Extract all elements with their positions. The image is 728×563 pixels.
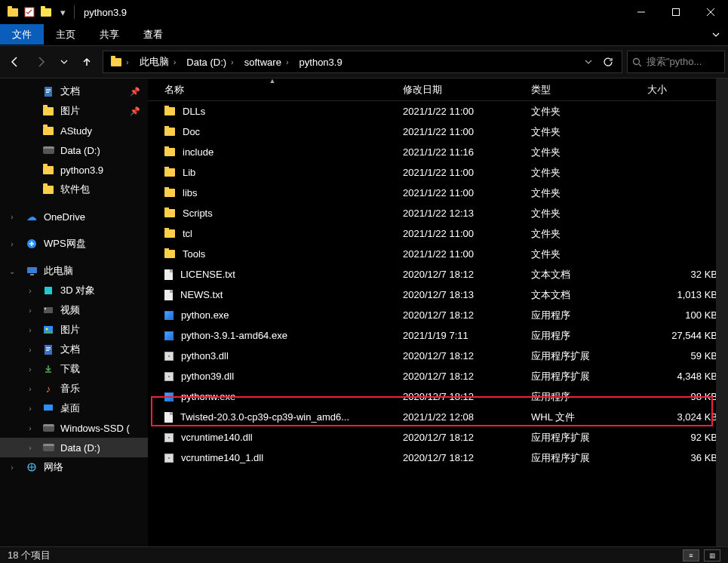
file-date: 2020/12/7 18:12 [397,371,525,382]
folder-icon[interactable] [5,4,21,20]
file-row[interactable]: Scripts2021/1/22 12:13文件夹 [148,203,728,223]
sidebar-item[interactable]: ›3D 对象 [0,281,148,300]
sidebar-item[interactable]: ›网络 [0,457,148,477]
tab-share[interactable]: 共享 [88,24,131,45]
up-button[interactable] [75,51,98,73]
refresh-button[interactable] [597,51,619,72]
sidebar-item[interactable]: ›桌面 [0,398,148,418]
back-button[interactable] [3,51,26,73]
breadcrumb-drive[interactable]: Data (D:)› [182,57,238,68]
close-button[interactable] [693,0,728,24]
sidebar-item[interactable]: ›☁OneDrive [0,207,148,226]
file-type: 文件夹 [525,227,641,241]
column-name[interactable]: 名称▲ [148,78,397,100]
sidebar-item[interactable]: ›文档 [0,340,148,359]
sidebar-item[interactable]: 文档📌 [0,82,148,101]
music-icon: ♪ [42,383,54,395]
expand-icon[interactable]: › [24,346,36,354]
file-row[interactable]: python.exe2020/12/7 18:12应用程序100 KB [148,305,728,325]
file-row[interactable]: python39.dll2020/12/7 18:12应用程序扩展4,348 K… [148,366,728,386]
address-bar[interactable]: › 此电脑› Data (D:)› software› python3.9 [103,51,622,73]
tab-file[interactable]: 文件 [0,24,44,45]
file-row[interactable]: Tools2021/1/22 11:00文件夹 [148,244,728,264]
folder-icon [42,183,54,195]
file-name: python3.dll [181,350,229,361]
sidebar-item[interactable]: ›Windows-SSD ( [0,418,148,438]
maximize-button[interactable] [659,0,693,24]
file-row[interactable]: vcruntime140.dll2020/12/7 18:12应用程序扩展92 … [148,427,728,448]
breadcrumb-current[interactable]: python3.9 [295,57,347,68]
file-row[interactable]: python3.dll2020/12/7 18:12应用程序扩展59 KB [148,346,728,366]
expand-icon[interactable]: › [24,444,36,452]
expand-icon[interactable]: › [6,463,18,472]
sidebar-item[interactable]: ›视频 [0,300,148,320]
expand-icon[interactable]: › [24,326,36,334]
folder-icon [42,105,54,117]
address-dropdown-icon[interactable] [579,51,597,72]
sidebar-item[interactable]: ›WPS网盘 [0,234,148,254]
file-row[interactable]: DLLs2021/1/22 11:00文件夹 [148,101,728,122]
file-row[interactable]: Lib2021/1/22 11:00文件夹 [148,162,728,183]
file-row[interactable]: Doc2021/1/22 11:00文件夹 [148,122,728,142]
file-row[interactable]: Twisted-20.3.0-cp39-cp39-win_amd6...2021… [148,407,728,427]
sidebar-item[interactable]: ›Data (D:) [0,438,148,457]
sidebar-item-label: 下载 [60,362,80,376]
sidebar-item[interactable]: ⌄此电脑 [0,261,148,281]
breadcrumb-root[interactable]: › [106,57,134,66]
scrollbar[interactable] [716,78,728,546]
sidebar-item[interactable]: 图片📌 [0,101,148,121]
sidebar-item[interactable]: AStudy [0,121,148,140]
ribbon-tabs: 文件 主页 共享 查看 [0,24,728,45]
sidebar-item[interactable]: Data (D:) [0,140,148,160]
sidebar-item[interactable]: python3.9 [0,160,148,180]
file-row[interactable]: pythonw.exe2020/12/7 18:12应用程序98 KB [148,386,728,407]
expand-icon[interactable]: › [24,306,36,315]
expand-icon[interactable]: › [6,213,18,221]
new-folder-icon[interactable] [38,4,54,20]
navigation-pane: 文档📌图片📌AStudyData (D:)python3.9软件包›☁OneDr… [0,78,148,546]
expand-icon[interactable]: › [24,287,36,295]
file-row[interactable]: LICENSE.txt2020/12/7 18:12文本文档32 KB [148,264,728,285]
search-box[interactable]: 搜索"pytho... [627,51,725,73]
expand-icon[interactable]: › [24,385,36,393]
file-name: Twisted-20.3.0-cp39-cp39-win_amd6... [180,411,349,423]
recent-dropdown-icon[interactable] [57,51,71,73]
column-date[interactable]: 修改日期 [397,78,525,100]
file-row[interactable]: NEWS.txt2020/12/7 18:13文本文档1,013 KB [148,285,728,305]
file-row[interactable]: libs2021/1/22 11:00文件夹 [148,183,728,203]
tab-view[interactable]: 查看 [131,24,175,45]
file-row[interactable]: python-3.9.1-amd64.exe2021/1/19 7:11应用程序… [148,325,728,346]
file-date: 2020/12/7 18:12 [397,391,525,402]
file-row[interactable]: vcruntime140_1.dll2020/12/7 18:12应用程序扩展3… [148,448,728,468]
expand-icon[interactable]: › [24,365,36,374]
3d-icon [42,285,54,297]
tab-home[interactable]: 主页 [44,24,88,45]
forward-button[interactable] [30,51,53,73]
column-type[interactable]: 类型 [525,78,641,100]
expand-icon[interactable]: ⌄ [6,267,18,275]
file-row[interactable]: tcl2021/1/22 11:00文件夹 [148,223,728,244]
search-icon [632,57,642,67]
file-date: 2021/1/22 11:00 [397,248,525,260]
breadcrumb-software[interactable]: software› [240,57,293,68]
file-row[interactable]: include2021/1/22 11:16文件夹 [148,142,728,162]
expand-icon[interactable]: › [24,405,36,413]
column-size[interactable]: 大小 [641,78,728,100]
sidebar-item[interactable]: ›♪音乐 [0,379,148,398]
breadcrumb-pc[interactable]: 此电脑› [135,55,181,69]
sidebar-item[interactable]: ›图片 [0,320,148,340]
ribbon-expand-icon[interactable] [704,24,728,45]
column-headers: 名称▲ 修改日期 类型 大小 [148,78,728,101]
properties-icon[interactable] [21,4,38,20]
expand-icon[interactable]: › [24,424,36,432]
icons-view-button[interactable]: ▦ [704,549,720,561]
minimize-button[interactable] [624,0,659,24]
sidebar-item-label: Windows-SSD ( [60,423,130,434]
qat-dropdown-icon[interactable]: ▾ [56,4,69,20]
sidebar-item[interactable]: 软件包 [0,180,148,199]
doc-icon [42,343,54,355]
details-view-button[interactable]: ≡ [683,549,699,561]
sidebar-item[interactable]: ›下载 [0,359,148,379]
column-label: 名称 [164,83,184,97]
expand-icon[interactable]: › [6,240,18,248]
